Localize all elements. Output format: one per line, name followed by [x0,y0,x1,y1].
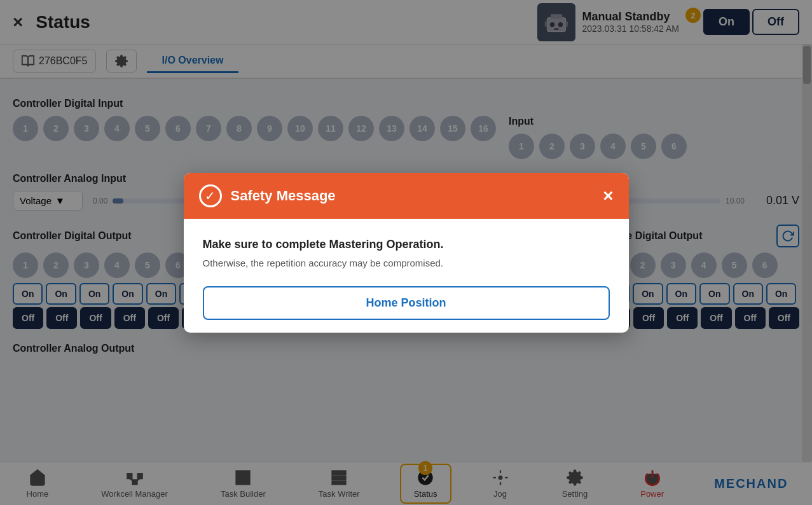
modal-main-text: Make sure to complete Mastering Operatio… [203,238,610,251]
modal-title: Safety Message [231,188,595,204]
modal-close-button[interactable]: × [603,186,613,206]
main-page: × Status Manual Standby 2023.03.31 10:58… [0,0,812,505]
modal-overlay[interactable]: ✓ Safety Message × Make sure to complete… [0,0,812,505]
check-icon: ✓ [199,184,222,207]
modal-body: Make sure to complete Mastering Operatio… [184,219,629,333]
modal-sub-text: Otherwise, the repetition accuracy may b… [203,258,610,268]
home-position-button[interactable]: Home Position [203,286,610,320]
modal-header: ✓ Safety Message × [184,173,629,219]
modal: ✓ Safety Message × Make sure to complete… [184,173,629,333]
